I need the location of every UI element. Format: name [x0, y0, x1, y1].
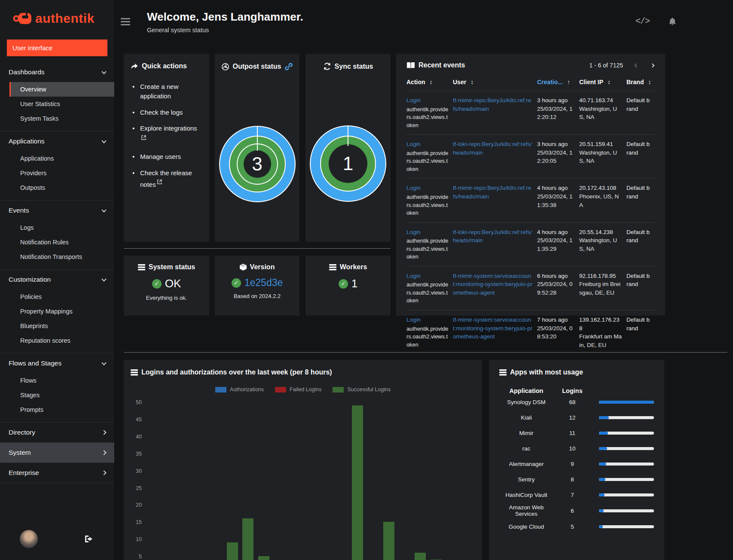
menu-toggle-icon[interactable] — [121, 18, 130, 27]
event-user-link[interactable]: tf-mimir-repo:BeryJu/k8s:ref:refs/heads/… — [453, 185, 531, 200]
table-row: Loginauthentik.providers.oauth2.views.to… — [406, 310, 655, 354]
event-action-cell: Loginauthentik.providers.oauth2.views.to… — [406, 140, 453, 173]
book-icon — [406, 62, 415, 69]
event-user-cell: tf-mimir-repo:BeryJu/k8s:ref:refs/heads/… — [453, 184, 537, 217]
app-name: Kiali — [499, 414, 553, 421]
sidebar-item-providers[interactable]: Providers — [9, 166, 114, 180]
app-logins: 11 — [553, 430, 591, 436]
prev-page-button[interactable] — [634, 63, 639, 68]
event-user-link[interactable]: tf-loki-repo:BeryJu/k8s:ref:refs/heads/m… — [453, 229, 532, 244]
sidebar-item-overview[interactable]: Overview — [9, 82, 114, 97]
sidebar-section-toggle-directory[interactable]: Directory — [0, 423, 114, 442]
sidebar-item-prompts[interactable]: Prompts — [9, 402, 114, 417]
sidebar-item-notification-rules[interactable]: Notification Rules — [9, 235, 114, 250]
check-circle-icon: ✓ — [339, 279, 348, 289]
legend-label: Failed Logins — [290, 387, 321, 393]
y-tick-label: 30 — [132, 468, 142, 474]
usage-fill — [599, 447, 607, 450]
event-time-cell: 3 hours ago25/03/2024, 12:20:05 — [537, 140, 579, 173]
quick-action-create-a-new-application[interactable]: Create a new application — [131, 79, 202, 104]
sidebar-section-toggle-enterprise[interactable]: Enterprise — [0, 463, 114, 483]
version-value[interactable]: 1e25d3e — [244, 277, 283, 289]
sidebar-item-flows[interactable]: Flows — [9, 373, 114, 388]
sidebar-item-notification-transports[interactable]: Notification Transports — [9, 250, 114, 264]
notification-bell-icon[interactable] — [668, 17, 677, 26]
sort-header-creatio[interactable]: Creatio...↑ — [537, 79, 579, 85]
user-interface-button[interactable]: User interface — [7, 40, 107, 56]
app-logins: 68 — [553, 399, 591, 405]
sort-header-user[interactable]: User↕ — [453, 79, 537, 85]
quick-action-label: Create a new application — [140, 83, 178, 100]
apps-row-synology-dsm: Synology DSM68 — [499, 394, 654, 410]
app-logins: 7 — [553, 492, 591, 498]
event-time-relative: 3 hours ago — [537, 140, 575, 149]
app-usage-bar — [591, 463, 654, 466]
sort-header-action[interactable]: Action↕ — [406, 79, 453, 85]
event-client-ip: 139.162.176.238 — [579, 316, 622, 332]
event-user-link[interactable]: tf-mimir-system:serviceaccount:monitorin… — [453, 273, 532, 296]
avatar[interactable] — [20, 530, 38, 548]
column-label: User — [453, 79, 466, 85]
sidebar-item-policies[interactable]: Policies — [9, 289, 114, 304]
logins-chart-title: Logins and authorizations over the last … — [141, 368, 332, 376]
outpost-status-card: Outpost status — [215, 54, 299, 242]
event-action-link[interactable]: Login — [406, 229, 421, 235]
event-time-relative: 4 hours ago — [537, 228, 575, 237]
y-tick-label: 50 — [132, 399, 142, 405]
check-circle-icon: ✓ — [232, 278, 241, 288]
sidebar-section-flows-and-stages: Flows and StagesFlowsStagesPrompts — [0, 353, 114, 422]
sidebar-section-label: Events — [9, 207, 29, 214]
sidebar-item-user-statistics[interactable]: User Statistics — [9, 97, 114, 111]
event-action-link[interactable]: Login — [406, 185, 421, 191]
table-row: Loginauthentik.providers.oauth2.views.to… — [406, 134, 655, 178]
sidebar-item-logs[interactable]: Logs — [9, 220, 114, 235]
event-action-link[interactable]: Login — [406, 97, 421, 103]
sort-header-client-ip[interactable]: Client IP↕ — [579, 79, 626, 85]
logout-icon[interactable] — [84, 535, 94, 543]
usage-track — [599, 509, 654, 512]
quick-action-check-the-logs[interactable]: Check the logs — [131, 104, 202, 121]
app-root: authentik User interface DashboardsOverv… — [0, 0, 733, 560]
next-page-button[interactable] — [650, 63, 655, 68]
event-user-link[interactable]: tf-mimir-system:serviceaccount:monitorin… — [453, 317, 532, 340]
chevron-right-icon — [101, 450, 106, 455]
event-time-cell: 7 hours ago25/03/2024, 08:53:20 — [537, 316, 579, 349]
event-user-link[interactable]: tf-mimir-repo:BeryJu/k8s:ref:refs/heads/… — [453, 97, 531, 112]
sort-header-brand[interactable]: Brand↕ — [626, 79, 655, 85]
sidebar-section-toggle-events[interactable]: Events — [0, 201, 114, 220]
quick-action-explore-integrations[interactable]: Explore integrations — [131, 120, 202, 149]
event-action-link[interactable]: Login — [406, 141, 421, 147]
api-drawer-icon[interactable]: </> — [635, 16, 650, 26]
sidebar-item-property-mappings[interactable]: Property Mappings — [9, 304, 114, 319]
sidebar-item-outposts[interactable]: Outposts — [9, 180, 114, 195]
usage-track — [599, 478, 654, 481]
sidebar-section-enterprise: Enterprise — [0, 463, 114, 483]
y-tick-label: 5 — [132, 554, 142, 560]
sidebar-item-stages[interactable]: Stages — [9, 388, 114, 402]
quick-action-check-the-release-notes[interactable]: Check the release notes — [131, 165, 202, 193]
sidebar-section-label: Applications — [9, 137, 45, 145]
events-table-header: Action↕User↕Creatio...↑Client IP↕Brand↕ — [406, 79, 655, 91]
event-action-link[interactable]: Login — [406, 273, 421, 279]
sidebar-item-system-tasks[interactable]: System Tasks — [9, 111, 114, 126]
sidebar-item-blueprints[interactable]: Blueprints — [9, 319, 114, 333]
outpost-donut-chart: 3 — [219, 126, 296, 202]
sidebar-section-toggle-applications[interactable]: Applications — [0, 131, 114, 151]
quick-action-manage-users[interactable]: Manage users — [131, 149, 202, 165]
apps-col-logins: Logins — [553, 387, 591, 394]
sidebar-section-toggle-customization[interactable]: Customization — [0, 270, 114, 289]
sidebar-section-label: Customization — [9, 276, 51, 283]
event-brand-cell: Default brand — [626, 140, 655, 173]
y-tick-label: 10 — [132, 536, 142, 542]
table-row: Loginauthentik.providers.oauth2.views.to… — [406, 266, 655, 310]
sidebar-item-reputation-scores[interactable]: Reputation scores — [9, 333, 114, 348]
sidebar-section-toggle-system[interactable]: System — [0, 443, 114, 463]
sidebar-item-applications[interactable]: Applications — [9, 151, 114, 166]
link-icon[interactable] — [284, 62, 293, 71]
sidebar-section-toggle-flows-and-stages[interactable]: Flows and Stages — [0, 353, 114, 373]
event-action-link[interactable]: Login — [406, 317, 421, 323]
event-user-cell: tf-mimir-repo:BeryJu/k8s:ref:refs/heads/… — [453, 96, 537, 129]
app-name: HashiCorp Vault — [499, 492, 553, 498]
sidebar-section-toggle-dashboards[interactable]: Dashboards — [0, 62, 114, 82]
event-user-link[interactable]: tf-loki-repo:BeryJu/k8s:ref:refs/heads/m… — [453, 141, 532, 156]
